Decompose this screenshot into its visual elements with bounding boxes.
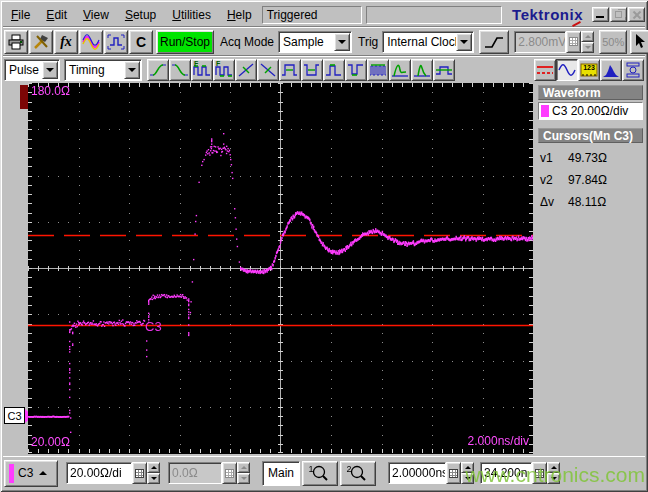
trig-source-select[interactable]: Internal Clock xyxy=(382,31,474,53)
channel-select-button[interactable]: C3 xyxy=(4,460,58,487)
positive-width-button[interactable] xyxy=(279,59,301,81)
run-stop-label: Run/Stop xyxy=(160,35,210,49)
positive-width-icon xyxy=(281,62,299,78)
trig-level-value: 2.800mV xyxy=(518,35,566,49)
dv-label: Δv xyxy=(538,195,568,209)
timebase-label: 2.000ns/div xyxy=(468,434,529,448)
signal-type-select[interactable]: Pulse xyxy=(4,59,60,81)
pulse-display-button[interactable] xyxy=(104,30,128,54)
v1-label: v1 xyxy=(538,151,568,165)
measurements-button[interactable]: 123 xyxy=(578,59,600,81)
trig-level-spinner xyxy=(581,31,594,53)
chevron-down-icon xyxy=(128,68,136,72)
rise-time-button[interactable] xyxy=(235,59,257,81)
minimize-button[interactable] xyxy=(592,7,609,22)
waveform-panel-header: Waveform xyxy=(538,85,643,100)
positive-overshoot-button[interactable] xyxy=(389,59,411,81)
signal-type-dropdown-button[interactable] xyxy=(42,61,58,79)
keypad-icon xyxy=(225,469,234,478)
spin-up-button[interactable] xyxy=(147,462,160,473)
intensity-button: 50% xyxy=(599,30,627,54)
settle-button[interactable] xyxy=(433,59,455,81)
timebase-field[interactable]: 2.00000ns xyxy=(388,462,446,484)
left-margin: C3 xyxy=(3,83,28,455)
period-button[interactable]: F xyxy=(213,59,235,81)
negative-duty-icon xyxy=(347,62,365,78)
run-stop-button[interactable]: Run/Stop xyxy=(156,30,214,54)
main-timebase-button[interactable]: Main xyxy=(262,461,300,486)
rising-slope-icon xyxy=(483,34,505,50)
cursors-header-text: Cursors(Mn C3) xyxy=(543,129,633,143)
vertical-scale-spinner[interactable] xyxy=(147,462,160,484)
trace-list-item[interactable]: C3 20.00Ω/div xyxy=(538,102,643,120)
timebase-keypad-button[interactable] xyxy=(446,462,461,484)
menu-view[interactable]: View xyxy=(75,6,117,24)
measure-category-dropdown-button[interactable] xyxy=(124,61,140,79)
vertical-offset-spinner xyxy=(237,462,250,484)
channel-color-stripe xyxy=(9,464,14,483)
trace-color-chip xyxy=(541,105,549,117)
spin-down-button[interactable] xyxy=(147,473,160,484)
vertical-scale-value: 20.00Ω/di xyxy=(70,466,122,480)
mask-test-icon xyxy=(624,62,642,78)
waveform-colors-button[interactable] xyxy=(79,30,103,54)
restore-button[interactable] xyxy=(610,7,627,22)
print-button[interactable] xyxy=(4,30,28,54)
close-button[interactable] xyxy=(628,7,645,22)
arrow-down-icon xyxy=(585,46,591,49)
channel-select-label: C3 xyxy=(18,466,33,480)
negative-width-icon xyxy=(303,62,321,78)
histogram-button[interactable] xyxy=(600,59,622,81)
chevron-down-icon xyxy=(46,68,54,72)
cursor-row-v2: v2 97.84Ω xyxy=(538,169,643,191)
mag2-label: 2 xyxy=(344,464,354,474)
watermark: www.cntronics.com xyxy=(465,463,645,487)
positive-duty-button[interactable] xyxy=(323,59,345,81)
cursors-panel-header: Cursors(Mn C3) xyxy=(538,128,643,143)
minimize-icon xyxy=(596,16,604,18)
keypad-icon xyxy=(135,469,144,478)
intensity-value: 50% xyxy=(602,36,624,48)
keypad-icon xyxy=(569,37,578,46)
frequency-button[interactable]: F xyxy=(191,59,213,81)
negative-duty-button[interactable] xyxy=(345,59,367,81)
cursors-toggle-button[interactable] xyxy=(534,59,556,81)
vertical-scale-field[interactable]: 20.00Ω/di xyxy=(66,462,132,484)
mag2-button[interactable]: 2 xyxy=(340,461,376,486)
menu-edit[interactable]: Edit xyxy=(38,6,75,24)
plot-canvas[interactable] xyxy=(28,83,533,453)
measure-category-value: Timing xyxy=(65,63,124,77)
logo-text: Tektronix xyxy=(512,6,583,23)
trig-level-field: 2.800mV xyxy=(514,31,566,53)
channel-marker-chip[interactable]: C3 xyxy=(4,407,25,424)
negative-width-button[interactable] xyxy=(301,59,323,81)
measure-category-select[interactable]: Timing xyxy=(64,59,142,81)
acq-mode-select[interactable]: Sample xyxy=(278,31,352,53)
menu-utilities[interactable]: Utilities xyxy=(164,6,219,24)
falling-edge-button[interactable] xyxy=(169,59,191,81)
arrow-up-icon xyxy=(151,466,157,469)
burst-width-button[interactable] xyxy=(367,59,389,81)
trig-dropdown-button[interactable] xyxy=(456,33,472,51)
arrow-down-icon xyxy=(241,477,247,480)
context-help-button[interactable]: ? xyxy=(630,30,648,54)
menu-file[interactable]: File xyxy=(3,6,38,24)
mask-test-button[interactable] xyxy=(622,59,644,81)
settle-icon xyxy=(435,62,453,78)
v2-value: 97.84Ω xyxy=(568,173,607,187)
rising-edge-button[interactable] xyxy=(147,59,169,81)
cursor-readouts: v1 49.73Ω v2 97.84Ω Δv 48.11Ω xyxy=(538,147,643,213)
trig-slope-button[interactable] xyxy=(479,30,509,54)
fall-time-button[interactable] xyxy=(257,59,279,81)
vertical-scale-keypad-button[interactable] xyxy=(132,462,147,484)
menu-setup[interactable]: Setup xyxy=(117,6,164,24)
math-button[interactable]: fx xyxy=(54,30,78,54)
mag1-button[interactable]: 1 xyxy=(302,461,338,486)
acq-mode-dropdown-button[interactable] xyxy=(334,33,350,51)
peak-button[interactable] xyxy=(411,59,433,81)
menu-help[interactable]: Help xyxy=(219,6,260,24)
tools-button[interactable] xyxy=(29,30,53,54)
restore-icon xyxy=(615,11,622,18)
c-button[interactable]: C xyxy=(129,30,153,54)
waveform-display-button[interactable] xyxy=(556,59,578,81)
